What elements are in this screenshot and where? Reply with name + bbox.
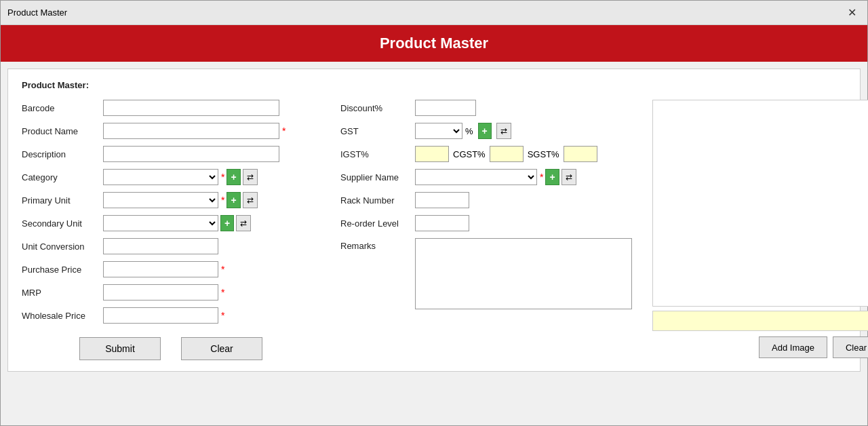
supplier-controls: * + ⇄ [415,169,576,185]
secondary-unit-row: Secondary Unit + ⇄ [22,215,320,231]
description-row: Description [22,146,320,162]
discount-label: Discount% [340,103,415,113]
gst-select[interactable] [415,123,462,139]
purchase-price-input[interactable] [103,261,218,277]
title-bar: Product Master ✕ [1,1,867,25]
cgst-label: CGST% [453,149,486,159]
supplier-select[interactable] [415,169,537,185]
mrp-input[interactable] [103,284,218,301]
secondary-unit-add-button[interactable]: + [220,215,234,231]
cgst-input[interactable] [490,146,524,162]
discount-row: Discount% [340,100,632,116]
category-label: Category [22,172,103,182]
remarks-label: Remarks [340,238,415,251]
secondary-unit-label: Secondary Unit [22,218,103,229]
gst-label: GST [340,126,415,136]
reorder-input[interactable] [415,215,469,231]
unit-conversion-label: Unit Conversion [22,241,103,252]
primary-unit-refresh-button[interactable]: ⇄ [243,192,258,208]
primary-unit-select[interactable] [103,192,218,208]
unit-conversion-row: Unit Conversion [22,238,320,254]
form-grid: Barcode Product Name * Description Categ… [22,100,846,360]
unit-conversion-input[interactable] [103,238,218,254]
image-preview-box [652,100,868,307]
product-name-row: Product Name * [22,123,320,139]
igst-controls: CGST% SGST% [415,146,597,162]
mrp-required: * [221,287,224,298]
rack-row: Rack Number [340,192,632,208]
secondary-unit-select[interactable] [103,215,218,231]
add-image-button[interactable]: Add Image [759,336,827,358]
sgst-input[interactable] [564,146,597,162]
barcode-label: Barcode [22,103,103,113]
window-title: Product Master [7,7,67,18]
category-refresh-button[interactable]: ⇄ [243,169,258,185]
primary-unit-required: * [221,195,224,206]
clear-image-button[interactable]: Clear [833,336,868,358]
gst-row: GST % + ⇄ [340,123,632,139]
sgst-label: SGST% [528,149,559,159]
reorder-row: Re-order Level [340,215,632,231]
remarks-textarea[interactable] [415,238,632,309]
discount-input[interactable] [415,100,476,116]
category-select[interactable] [103,169,218,185]
description-label: Description [22,149,103,159]
middle-column: Discount% GST % + ⇄ IGST% [340,100,632,360]
remarks-row: Remarks [340,238,632,309]
igst-row: IGST% CGST% SGST% [340,146,632,162]
gst-controls: % + ⇄ [415,123,511,139]
mrp-row: MRP * [22,284,320,301]
wholesale-price-input[interactable] [103,307,218,324]
header-title: Product Master [380,35,488,52]
product-name-required: * [282,125,285,136]
category-row: Category * + ⇄ [22,169,320,185]
purchase-price-row: Purchase Price * [22,261,320,277]
image-yellow-bar [652,311,868,331]
image-action-buttons: Add Image Clear [652,336,868,358]
left-column: Barcode Product Name * Description Categ… [22,100,320,360]
supplier-refresh-button[interactable]: ⇄ [561,169,576,185]
product-name-input[interactable] [103,123,279,139]
description-input[interactable] [103,146,279,162]
form-content: Product Master: Barcode Product Name * D… [7,69,861,372]
gst-pct: % [465,126,473,136]
category-add-button[interactable]: + [226,169,240,185]
close-button[interactable]: ✕ [844,5,861,20]
igst-label: IGST% [340,149,415,159]
right-column: Add Image Clear [652,100,868,360]
header-bar: Product Master [1,25,867,62]
wholesale-price-row: Wholesale Price * [22,307,320,324]
rack-input[interactable] [415,192,469,208]
wholesale-price-label: Wholesale Price [22,311,103,321]
gst-refresh-button[interactable]: ⇄ [496,123,511,139]
footer-buttons: Submit Clear [22,337,320,360]
mrp-label: MRP [22,288,103,298]
category-required: * [221,172,224,182]
supplier-label: Supplier Name [340,172,415,182]
gst-add-button[interactable]: + [478,123,492,139]
supplier-required: * [540,172,543,182]
primary-unit-row: Primary Unit * + ⇄ [22,192,320,208]
submit-button[interactable]: Submit [79,337,161,360]
igst-input[interactable] [415,146,449,162]
section-title: Product Master: [22,80,846,90]
barcode-input[interactable] [103,100,279,116]
product-name-label: Product Name [22,126,103,136]
barcode-row: Barcode [22,100,320,116]
reorder-label: Re-order Level [340,218,415,229]
primary-unit-label: Primary Unit [22,195,103,206]
secondary-unit-refresh-button[interactable]: ⇄ [236,215,251,231]
purchase-price-required: * [221,264,224,275]
primary-unit-add-button[interactable]: + [226,192,240,208]
rack-label: Rack Number [340,195,415,206]
supplier-row: Supplier Name * + ⇄ [340,169,632,185]
wholesale-required: * [221,310,224,321]
clear-button[interactable]: Clear [181,337,262,360]
supplier-add-button[interactable]: + [545,169,559,185]
window: Product Master ✕ Product Master Product … [0,0,868,426]
purchase-price-label: Purchase Price [22,265,103,275]
